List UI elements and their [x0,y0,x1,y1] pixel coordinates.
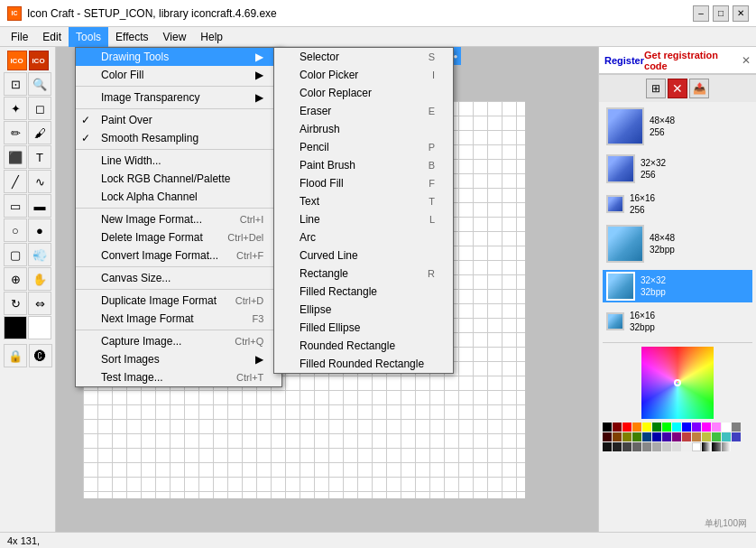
tool-select[interactable]: ⊡ [4,72,27,96]
dt-ellipse[interactable]: Ellipse [274,301,453,319]
color-white[interactable] [722,423,731,432]
menu-item-next-format[interactable]: Next Image Format F3 [76,310,281,328]
dt-text[interactable]: Text T [274,192,453,210]
color-lime[interactable] [662,423,671,432]
menu-item-test-image[interactable]: Test Image... Ctrl+T [76,368,281,386]
menu-item-delete-format[interactable]: Delete Image Format Ctrl+Del [76,228,281,246]
dt-line[interactable]: Line L [274,210,453,228]
color-cell-1[interactable] [603,432,612,441]
tool-color1[interactable] [4,316,27,339]
tool-rect[interactable]: ▭ [4,194,27,218]
gray-4[interactable] [632,442,641,451]
dt-airbrush[interactable]: Airbrush [274,120,453,138]
menu-item-new-format[interactable]: New Image Format... Ctrl+I [76,210,281,228]
dt-color-picker[interactable]: Color Picker I [274,66,453,84]
tool-hand[interactable]: ✋ [28,267,51,291]
dt-rounded-rectangle[interactable]: Rounded Rectangle [274,337,453,355]
menu-item-lock-rgb[interactable]: Lock RGB Channel/Palette [76,170,281,188]
maximize-button[interactable]: □ [713,5,729,22]
color-pink[interactable] [712,423,721,432]
menu-edit[interactable]: Edit [35,27,69,47]
dt-eraser[interactable]: Eraser E [274,102,453,120]
color-green[interactable] [652,423,661,432]
tool-mirror[interactable]: ⇔ [28,292,51,315]
color-darkred[interactable] [613,423,622,432]
gray-6[interactable] [652,442,661,451]
tool-rounded-rect[interactable]: ▢ [4,243,27,266]
dt-filled-rectangle[interactable]: Filled Rectangle [274,283,453,301]
color-blue[interactable] [682,423,691,432]
color-cell-10[interactable] [692,432,701,441]
color-gray[interactable] [732,423,741,432]
dt-filled-ellipse[interactable]: Filled Ellipse [274,319,453,337]
dt-filled-rounded-rectangle[interactable]: Filled Rounded Rectangle [274,355,453,373]
tool-line[interactable]: ╱ [4,170,27,193]
gray-7[interactable] [662,442,671,451]
color-cell-8[interactable] [672,432,681,441]
dt-curved-line[interactable]: Curved Line [274,246,453,265]
dt-selector[interactable]: Selector S [274,48,453,66]
menu-item-convert-format[interactable]: Convert Image Format... Ctrl+F [76,246,281,265]
gray-11[interactable] [732,442,741,451]
tool-ellipse[interactable]: ○ [4,218,27,242]
panel-delete-icon[interactable]: ✕ [668,79,687,98]
tool-text[interactable]: T [28,145,51,169]
color-cell-3[interactable] [622,432,632,441]
tool-magic[interactable]: ✦ [4,97,27,120]
preview-32-256[interactable]: 32×32 256 [603,153,752,185]
panel-export-icon[interactable]: 📤 [689,79,709,98]
color-cell-7[interactable] [662,432,671,441]
tool-eraser[interactable]: ◻ [28,97,51,120]
tool-fill[interactable]: ⬛ [4,145,27,169]
dt-rectangle[interactable]: Rectangle R [274,265,453,283]
color-magenta[interactable] [702,423,711,432]
gray-1[interactable] [603,442,612,451]
color-wheel[interactable] [641,347,714,419]
dt-arc[interactable]: Arc [274,228,453,246]
gray-2[interactable] [613,442,622,451]
gradient-bw[interactable] [702,442,711,451]
menu-item-smooth-resampling[interactable]: ✓ Smooth Resampling [76,129,281,147]
tool-filled-ellipse[interactable]: ● [28,218,51,242]
color-cell-9[interactable] [682,432,691,441]
dt-color-replacer[interactable]: Color Replacer [274,84,453,102]
tool-lock[interactable]: 🔒 [4,344,27,367]
menu-item-color-fill[interactable]: Color Fill ▶ [76,66,281,84]
tool-pencil[interactable]: ✏ [4,121,27,144]
color-cell-13[interactable] [722,432,731,441]
close-right-button[interactable]: ✕ [742,54,751,67]
preview-48-256[interactable]: 48×48 256 [603,106,752,147]
gradient-bw2[interactable] [712,442,721,451]
color-red[interactable] [622,423,632,432]
tool-filled-rect[interactable]: ▬ [28,194,51,218]
tool-brush[interactable]: 🖌 [28,121,51,144]
minimize-button[interactable]: – [693,5,709,22]
close-button[interactable]: ✕ [733,5,749,22]
dt-paint-brush[interactable]: Paint Brush B [274,156,453,174]
color-orange[interactable] [632,423,641,432]
color-cell-6[interactable] [652,432,661,441]
menu-item-line-width[interactable]: Line Width... [76,152,281,170]
tool-airbrush[interactable]: 💨 [28,243,51,266]
tool-key[interactable]: 🅒 [29,344,52,367]
tool-zoom[interactable]: ⊕ [4,267,27,291]
gray-9[interactable] [682,442,691,451]
color-cell-12[interactable] [712,432,721,441]
preview-48-32bpp[interactable]: 48×48 32bpp [603,223,752,265]
menu-file[interactable]: File [4,27,35,47]
color-cell-4[interactable] [632,432,641,441]
gray-3[interactable] [622,442,632,451]
preview-16-32bpp[interactable]: 16×16 32bpp [603,308,752,335]
color-cyan[interactable] [672,423,681,432]
tool-rotate[interactable]: ↻ [4,292,27,315]
menu-item-image-transparency[interactable]: Image Transparency ▶ [76,88,281,107]
color-cell-11[interactable] [702,432,711,441]
gradient-bw3[interactable] [722,442,731,451]
color-cell-5[interactable] [642,432,651,441]
gray-8[interactable] [672,442,681,451]
dt-pencil[interactable]: Pencil P [274,138,453,156]
get-code-button[interactable]: Get registration code [644,50,742,71]
tool-curve[interactable]: ∿ [28,170,51,193]
menu-item-paint-over[interactable]: ✓ Paint Over [76,111,281,129]
menu-effects[interactable]: Effects [108,27,155,47]
